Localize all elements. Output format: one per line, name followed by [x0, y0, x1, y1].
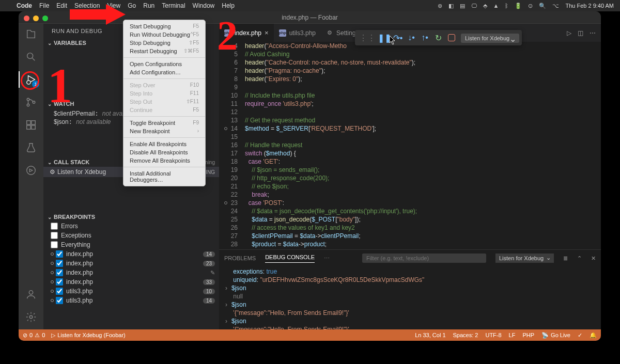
menu-item[interactable]: Install Additional Debuggers…: [123, 169, 205, 184]
step-out-button[interactable]: ↑•: [419, 31, 431, 44]
status-eol[interactable]: LF: [509, 332, 516, 338]
menu-item[interactable]: Restart Debugging⇧⌘F5: [123, 47, 205, 55]
status-golive[interactable]: 📡 Go Live: [541, 332, 570, 339]
panel-tab-problems[interactable]: PROBLEMS: [224, 255, 256, 261]
status-position[interactable]: Ln 33, Col 1: [415, 332, 445, 338]
close-tab-icon[interactable]: ×: [265, 29, 269, 37]
status-notifications-icon[interactable]: ✓: [578, 332, 582, 339]
menu-item[interactable]: Run Without Debugging^F5: [123, 30, 205, 39]
filter-icon[interactable]: ≣: [563, 255, 568, 262]
bluetooth-icon[interactable]: ᛒ: [505, 3, 508, 9]
status-errors[interactable]: ⊘ 0 ⚠ 0: [23, 332, 45, 339]
console-session-select[interactable]: Listen for Xdebug: [495, 254, 554, 263]
breakpoint-checkbox[interactable]: [56, 269, 63, 276]
breakpoint-item[interactable]: utils3.php10: [43, 287, 219, 296]
split-editor-icon[interactable]: ◫: [578, 29, 583, 37]
breakpoint-checkbox[interactable]: [56, 297, 63, 304]
search-icon[interactable]: [25, 51, 37, 63]
control-center-icon[interactable]: ⌥: [552, 3, 559, 9]
settings-gear-icon[interactable]: [25, 311, 37, 323]
breakpoint-item[interactable]: index.php23: [43, 259, 219, 268]
debug-config-select[interactable]: Listen for Xdebug: [461, 34, 519, 43]
extensions-icon[interactable]: [25, 119, 37, 131]
menubar-file[interactable]: File: [39, 2, 49, 9]
menubar-help[interactable]: Help: [222, 2, 235, 9]
status-icon[interactable]: ▤: [460, 3, 465, 9]
breakpoint-item[interactable]: utils3.php14: [43, 296, 219, 305]
breakpoint-checkbox[interactable]: [56, 278, 63, 286]
breakpoint-category[interactable]: Exceptions: [43, 231, 219, 240]
menu-item[interactable]: Toggle BreakpointF9: [123, 119, 205, 127]
menu-item[interactable]: Disable All Breakpoints: [123, 148, 205, 156]
explorer-icon[interactable]: [25, 28, 37, 40]
editor-tab[interactable]: phputils3.php: [274, 24, 321, 42]
battery-icon[interactable]: 🔋: [515, 3, 522, 9]
breakpoint-item[interactable]: index.php33: [43, 277, 219, 287]
panel-tab-debug-console[interactable]: DEBUG CONSOLE: [265, 254, 315, 263]
status-language[interactable]: PHP: [522, 332, 534, 338]
breakpoint-category[interactable]: Everything: [43, 240, 219, 249]
drag-handle-icon[interactable]: ⋮⋮: [358, 33, 377, 43]
status-icon[interactable]: ▲: [493, 3, 499, 9]
menu-item[interactable]: Open Configurations: [123, 60, 205, 68]
breakpoint-category[interactable]: Errors: [43, 221, 219, 231]
step-over-button[interactable]: ↷•: [392, 31, 404, 44]
breakpoint-checkbox[interactable]: [51, 223, 58, 230]
close-window-button[interactable]: [24, 15, 29, 21]
status-bell-icon[interactable]: 🔔: [590, 332, 597, 339]
wifi-icon[interactable]: ⊙: [528, 3, 533, 9]
breakpoints-section[interactable]: ⌄BREAKPOINTS: [43, 212, 219, 221]
step-into-button[interactable]: ↓•: [405, 31, 417, 44]
breakpoint-checkbox[interactable]: [51, 241, 58, 248]
menu-item[interactable]: Remove All Breakpoints: [123, 156, 205, 165]
breakpoint-item[interactable]: index.php14: [43, 249, 219, 259]
breakpoint-checkbox[interactable]: [56, 260, 63, 267]
menubar-view[interactable]: View: [107, 2, 120, 9]
run-debug-icon[interactable]: 1: [25, 73, 37, 86]
menubar-window[interactable]: Window: [193, 2, 215, 9]
status-icon[interactable]: ◧: [448, 3, 454, 9]
menu-item[interactable]: Stop Debugging⇧F5: [123, 39, 205, 47]
code-editor[interactable]: 4567891011121314151617181920212223242526…: [219, 42, 601, 249]
menubar-go[interactable]: Go: [128, 2, 136, 9]
accounts-icon[interactable]: [25, 288, 37, 300]
maximize-window-button[interactable]: [42, 15, 48, 21]
minimize-window-button[interactable]: [33, 15, 39, 21]
testing-icon[interactable]: [25, 141, 37, 154]
run-icon[interactable]: ▷: [567, 29, 571, 37]
menubar-clock[interactable]: Thu Feb 2 9:40 AM: [565, 3, 614, 9]
menubar-selection[interactable]: Selection: [74, 2, 100, 9]
editor-tab[interactable]: phpindex.php×: [219, 24, 274, 42]
menu-item[interactable]: New Breakpoint›: [123, 127, 205, 135]
status-icon[interactable]: ⬘: [483, 3, 487, 9]
close-panel-icon[interactable]: ✕: [591, 255, 596, 262]
breakpoint-checkbox[interactable]: [51, 232, 58, 239]
pause-button[interactable]: ❚❚: [378, 31, 391, 44]
menubar-app[interactable]: Code: [17, 2, 32, 9]
status-encoding[interactable]: UTF-8: [485, 332, 501, 338]
status-spaces[interactable]: Spaces: 2: [453, 332, 478, 338]
clear-icon[interactable]: ⌃: [577, 255, 582, 262]
status-debug-config[interactable]: ▷ Listen for Xdebug (Foobar): [51, 332, 125, 339]
breakpoint-item[interactable]: index.php✎: [43, 268, 219, 277]
source-control-icon[interactable]: [25, 96, 37, 108]
restart-button[interactable]: ↻: [432, 31, 444, 44]
breakpoint-checkbox[interactable]: [56, 288, 63, 295]
menubar-edit[interactable]: Edit: [56, 2, 67, 9]
menu-item[interactable]: Enable All Breakpoints: [123, 140, 205, 148]
debug-toolbar[interactable]: ⋮⋮ ❚❚ ↷• ↓• ↑• ↻ Listen for Xdebug: [355, 30, 522, 45]
menubar-terminal[interactable]: Terminal: [162, 2, 185, 9]
more-icon[interactable]: ⋯: [590, 29, 596, 37]
status-icon[interactable]: 🖵: [471, 3, 477, 9]
remote-icon[interactable]: [25, 164, 37, 177]
menu-item[interactable]: Start DebuggingF5: [123, 22, 205, 30]
breakpoint-checkbox[interactable]: [56, 250, 63, 258]
menu-item[interactable]: Add Configuration…: [123, 68, 205, 76]
console-filter-input[interactable]: [362, 254, 486, 263]
status-icon[interactable]: ⊚: [438, 3, 442, 9]
edit-icon[interactable]: ✎: [210, 270, 215, 276]
search-icon[interactable]: 🔍: [539, 3, 546, 9]
more-icon[interactable]: ⋯: [324, 255, 330, 262]
stop-button[interactable]: [448, 34, 455, 41]
menubar-run[interactable]: Run: [143, 2, 154, 9]
